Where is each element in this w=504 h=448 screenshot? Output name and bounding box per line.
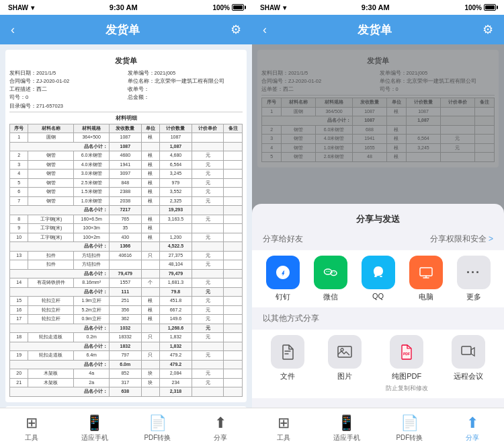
table-row: 10工字钢(米)100×2m430根1,200元 — [10, 233, 243, 242]
tools-icon: ⊞ — [26, 414, 38, 432]
share-remote[interactable]: 远程会议 — [452, 335, 485, 393]
tools-icon-right: ⊞ — [278, 414, 290, 432]
image-icon — [328, 335, 362, 369]
toolbar-share[interactable]: ⬆ 分享 — [189, 414, 252, 443]
toolbar-tools[interactable]: ⊞ 工具 — [0, 414, 63, 443]
meta-row-2: 发单编号：2021(005 — [128, 69, 243, 77]
table-row: 品名小计：10321,268.6元 — [10, 324, 243, 333]
share-label: 分享 — [214, 433, 227, 443]
share-file[interactable]: 文件 — [271, 335, 304, 393]
table-row: 5钢管2.5米钢管848根979元 — [10, 178, 243, 188]
toolbar-share-right[interactable]: ⬆ 分享 — [441, 414, 504, 443]
computer-icon — [409, 256, 443, 289]
status-right-right: 100% — [464, 4, 496, 11]
svg-point-4 — [332, 272, 333, 273]
doc-meta-1: 发料日期：2021/1/5 发单编号：2021(005 合同编号：ZJ-2020… — [9, 69, 243, 110]
svg-rect-8 — [420, 268, 432, 276]
pdf-icon-right: 📄 — [401, 414, 419, 432]
toolbar-pdf-right[interactable]: 📄 PDF转换 — [378, 414, 442, 443]
materials-table-1: 序号 材料名称 材料规格 发收数量 单位 计价数量 计价单价 备注 1圆钢364… — [9, 124, 243, 397]
pdf-icon: 📄 — [149, 414, 167, 432]
carrier-left: SHAW — [8, 4, 28, 11]
toolbar-fit-phone[interactable]: 📱 适应手机 — [63, 414, 126, 443]
table-row: 品名小计：13664,522.5 — [10, 242, 243, 252]
share-app-qq[interactable]: QQ — [362, 256, 395, 302]
table-row: 6钢管1.5米钢管2388根3,552元 — [10, 188, 243, 197]
table-row: 品名小计：79,47979,479 — [10, 269, 243, 278]
battery-label-left: 100% — [212, 4, 230, 11]
svg-point-10 — [341, 348, 343, 351]
remote-icon — [452, 335, 485, 369]
share-pdf[interactable]: PDF 纯图PDF 防止复制和修改 — [386, 335, 428, 393]
table-row: 2钢管6.0米钢管4680根4,680元 — [10, 151, 243, 161]
share-files-row: 文件 图片 PDF 纯图PDF 防止复制和修改 — [252, 330, 504, 398]
table-row: 扣件方结扣件48,104元 — [10, 260, 243, 270]
table-row: 21木架板2a317块234元 — [10, 378, 243, 387]
dingding-icon — [266, 256, 300, 289]
table-row: 品名小计：721719,293 — [10, 206, 243, 215]
share-icon-right: ⬆ — [466, 414, 478, 432]
table-row: 14有花铸铁拼件8.16mm²1557个1,681.3元 — [10, 278, 243, 288]
pdf-sublabel: 防止复制和修改 — [386, 384, 428, 393]
battery-label-right: 100% — [464, 4, 482, 11]
meta-row-5: 工程描述：西二 — [9, 85, 125, 93]
toolbar-left: ⊞ 工具 📱 适应手机 📄 PDF转换 ⬆ 分享 — [0, 408, 252, 448]
toolbar-tools-right[interactable]: ⊞ 工具 — [252, 414, 315, 443]
table-row: 3钢管4.0米钢管1941根6,564元 — [10, 160, 243, 170]
qq-icon — [362, 256, 395, 289]
svg-text:PDF: PDF — [403, 352, 410, 356]
share-app-computer[interactable]: 电脑 — [409, 256, 443, 302]
col-price-qty: 计价数量 — [160, 124, 192, 133]
table-row: 品名小计：6.0m479.2 — [10, 360, 243, 369]
back-button-left[interactable]: ‹ — [11, 23, 15, 37]
pdf-file-icon: PDF — [390, 335, 423, 369]
right-phone: SHAW ▾ 9:30 AM 100% ‹ 发货单 ⚙ 发货单 发料日期：202… — [252, 0, 504, 448]
share-section-friends: 分享给好友 分享权限和安全 > — [252, 231, 504, 248]
col-name: 材料名称 — [28, 124, 74, 133]
image-label: 图片 — [337, 371, 352, 381]
svg-point-2 — [326, 271, 327, 272]
doc-card-1: 发货单 发料日期：2021/1/5 发单编号：2021(005 合同编号：ZJ-… — [5, 50, 247, 402]
friends-label: 分享给好友 — [263, 233, 303, 245]
gear-button-right[interactable]: ⚙ — [482, 22, 493, 37]
share-sheet: 分享与发送 分享给好友 分享权限和安全 > 钉钉 — [252, 204, 504, 408]
share-app-dingding[interactable]: 钉钉 — [266, 256, 300, 302]
share-title: 分享与发送 — [252, 204, 504, 231]
svg-rect-12 — [462, 346, 471, 354]
fit-label-right: 适应手机 — [333, 433, 360, 443]
time-right: 9:30 AM — [362, 3, 390, 11]
gear-button-left[interactable]: ⚙ — [230, 22, 241, 37]
table-row: 17轮扣立杆0.9m立杆362根149.6元 — [10, 315, 243, 324]
table-row: 品名小计：18321,832 — [10, 342, 243, 351]
col-seqno: 序号 — [10, 124, 28, 133]
more-icon: ··· — [457, 256, 491, 289]
toolbar-fit-right[interactable]: 📱 适应手机 — [315, 414, 378, 443]
share-apps-row: 钉钉 微信 QQ 电脑 — [252, 250, 504, 307]
svg-rect-9 — [338, 346, 351, 357]
pdf-label-right: PDF转换 — [396, 433, 423, 443]
content-left: 发货单 发料日期：2021/1/5 发单编号：2021(005 合同编号：ZJ-… — [0, 44, 252, 408]
tools-label: 工具 — [25, 433, 38, 443]
battery-icon-right — [484, 4, 496, 11]
share-app-wechat[interactable]: 微信 — [314, 256, 347, 302]
table-row: 4钢管3.0米钢管3097根3,245元 — [10, 170, 243, 179]
meta-row-3: 合同编号：ZJ-2020-01-02 — [9, 77, 125, 85]
share-app-more[interactable]: ··· 更多 — [457, 256, 491, 302]
back-button-right[interactable]: ‹ — [263, 23, 267, 37]
toolbar-pdf[interactable]: 📄 PDF转换 — [126, 414, 190, 443]
pdf-label: 纯图PDF — [392, 371, 421, 381]
meta-row-1: 发料日期：2021/1/5 — [9, 69, 125, 77]
share-image[interactable]: 图片 — [328, 335, 362, 393]
table-row: 19轮扣走道板6.4m797只479.2元 — [10, 351, 243, 361]
col-price-unit: 计价单价 — [192, 124, 224, 133]
share-other-section: 以其他方式分享 — [252, 310, 504, 327]
security-label: 分享权限和安全 > — [430, 233, 493, 245]
svg-point-3 — [328, 271, 329, 272]
other-label: 以其他方式分享 — [263, 313, 319, 324]
time-left: 9:30 AM — [110, 3, 138, 11]
meta-row-8: 总金额： — [128, 94, 243, 101]
security-link[interactable]: > — [489, 234, 493, 244]
nav-title-right: 发货单 — [358, 22, 392, 38]
toolbar-right: ⊞ 工具 📱 适应手机 📄 PDF转换 ⬆ 分享 — [252, 408, 504, 448]
table-row: 8工字钢(米)160×6.5m765根3,163.5元 — [10, 215, 243, 224]
